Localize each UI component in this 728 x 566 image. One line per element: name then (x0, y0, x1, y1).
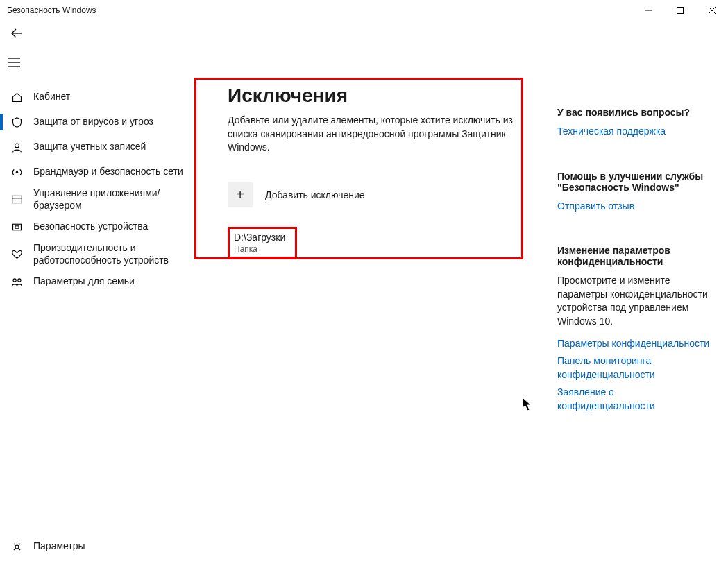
sidebar-item-label: Управление приложениями/браузером (33, 187, 194, 212)
exclusion-item[interactable]: D:\Загрузки Папка (228, 227, 297, 259)
svg-rect-10 (12, 196, 22, 203)
privacy-settings-link[interactable]: Параметры конфиденциальности (557, 337, 714, 351)
svg-rect-13 (15, 225, 18, 228)
maximize-button[interactable] (664, 0, 696, 21)
sidebar-item-label: Производительность и работоспособность у… (33, 242, 194, 266)
hamburger-button[interactable] (0, 50, 28, 75)
window-controls (632, 0, 728, 21)
back-row (0, 21, 728, 46)
sidebar-item-label: Кабинет (33, 91, 70, 103)
sidebar-item-performance[interactable]: Производительность и работоспособность у… (0, 239, 194, 269)
add-exclusion-label: Добавить исключение (265, 189, 365, 200)
privacy-heading: Изменение параметров конфиденциальности (557, 245, 714, 267)
sidebar-item-virus-protection[interactable]: Защита от вирусов и угроз (0, 110, 194, 135)
shield-icon (10, 117, 24, 128)
family-icon (10, 276, 24, 288)
minimize-button[interactable] (632, 0, 664, 21)
svg-rect-12 (12, 224, 21, 230)
sidebar-item-family[interactable]: Параметры для семьи (0, 269, 194, 294)
close-button[interactable] (696, 0, 728, 21)
privacy-dashboard-link[interactable]: Панель мониторинга конфиденциальности (557, 354, 714, 381)
privacy-statement-link[interactable]: Заявление о конфиденциальности (557, 386, 714, 413)
chip-icon (10, 221, 24, 233)
sidebar-item-settings[interactable]: Параметры (0, 534, 194, 559)
sidebar-item-label: Параметры (33, 540, 85, 553)
gear-icon (10, 541, 24, 553)
heart-icon (10, 248, 24, 260)
questions-heading: У вас появились вопросы? (557, 107, 714, 118)
person-icon (10, 142, 24, 153)
sidebar-item-label: Параметры для семьи (33, 275, 135, 288)
right-panel: У вас появились вопросы? Техническая под… (550, 46, 728, 566)
help-heading: Помощь в улучшении службы "Безопасность … (557, 171, 714, 193)
sidebar-item-app-browser[interactable]: Управление приложениями/браузером (0, 185, 194, 214)
exclusion-type: Папка (234, 244, 291, 254)
add-exclusion-row[interactable]: + Добавить исключение (228, 182, 536, 207)
svg-point-14 (12, 278, 15, 281)
svg-rect-1 (677, 8, 684, 14)
svg-point-15 (17, 278, 20, 281)
plus-icon[interactable]: + (228, 182, 253, 207)
page-title: Исключения (228, 46, 536, 107)
window-title: Безопасность Windows (7, 6, 96, 15)
sidebar-item-device-security[interactable]: Безопасность устройства (0, 214, 194, 239)
send-feedback-link[interactable]: Отправить отзыв (557, 200, 714, 214)
svg-point-9 (16, 171, 18, 173)
sidebar-item-label: Брандмауэр и безопасность сети (33, 166, 183, 178)
page-description: Добавьте или удалите элементы, которые х… (228, 114, 526, 155)
sidebar-item-label: Безопасность устройства (33, 221, 148, 233)
sidebar-item-label: Защита от вирусов и угроз (33, 116, 153, 128)
exclusion-path: D:\Загрузки (234, 232, 291, 243)
sidebar-item-home[interactable]: Кабинет (0, 85, 194, 110)
main-content: Исключения Добавьте или удалите элементы… (194, 46, 550, 566)
svg-point-8 (15, 143, 19, 147)
privacy-text: Просмотрите и измените параметры конфиде… (557, 274, 714, 328)
sidebar-item-firewall[interactable]: Брандмауэр и безопасность сети (0, 160, 194, 185)
antenna-icon (10, 166, 24, 178)
sidebar-item-label: Защита учетных записей (33, 141, 146, 153)
tech-support-link[interactable]: Техническая поддержка (557, 125, 714, 139)
home-icon (10, 92, 24, 103)
svg-point-16 (15, 544, 18, 548)
sidebar-item-account-protection[interactable]: Защита учетных записей (0, 135, 194, 160)
back-button[interactable] (8, 25, 25, 42)
title-bar: Безопасность Windows (0, 0, 728, 21)
sidebar: Кабинет Защита от вирусов и угроз Защита… (0, 46, 194, 566)
window-icon (10, 194, 24, 205)
